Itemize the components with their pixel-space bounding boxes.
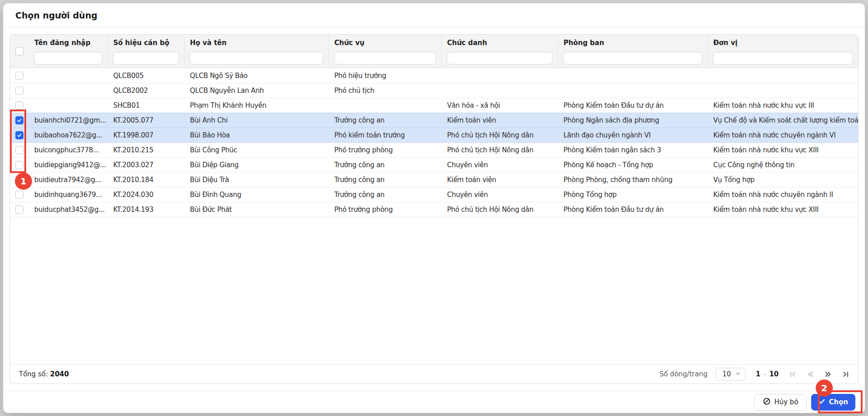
table-body: QLCB005 QLCB Ngô Sỹ Bảo Phó hiệu trưởng …	[10, 68, 858, 217]
cell-username: buidinhquang3679...	[29, 191, 108, 199]
cell-position: Trưởng công an	[329, 176, 442, 184]
cell-position: Phó trưởng phòng	[329, 206, 442, 214]
cell-staff-id: KT.2005.077	[108, 116, 185, 124]
row-checkbox[interactable]	[15, 101, 23, 110]
table-row[interactable]: buidieutra7942@g... KT.2010.184 Bùi Diệu…	[10, 172, 858, 187]
page-nav	[790, 371, 849, 378]
cell-staff-id: KT.2024.030	[108, 191, 185, 199]
row-checkbox-checked[interactable]	[15, 131, 23, 139]
cell-unit: Kiểm toán nhà nước khu vực III	[708, 101, 858, 110]
column-header-department: Phòng ban	[558, 35, 708, 51]
cell-title: Văn hóa - xã hội	[442, 101, 558, 110]
column-header-staff-id: Số hiệu cán bộ	[108, 35, 185, 51]
confirm-button[interactable]: Chọn	[811, 394, 855, 411]
table-row[interactable]: buiducphat3452@g... KT.2014.193 Bùi Đức …	[10, 202, 858, 217]
cell-staff-id: KT.2010.215	[108, 146, 185, 154]
row-checkbox[interactable]	[15, 87, 23, 95]
page-size-select[interactable]: 10	[716, 368, 746, 381]
cell-title: Chuyên viên	[442, 161, 558, 169]
confirm-label: Chọn	[829, 398, 848, 406]
row-checkbox[interactable]	[15, 161, 23, 169]
cancel-button[interactable]: Hủy bỏ	[754, 394, 807, 411]
next-page-icon[interactable]	[825, 371, 831, 378]
cell-full-name: Bùi Diệu Trà	[185, 176, 329, 184]
cell-full-name: QLCB Ngô Sỹ Bảo	[185, 72, 329, 80]
cell-staff-id: KT.2014.193	[108, 206, 185, 214]
filter-staff-id-input[interactable]	[113, 52, 179, 64]
cell-full-name: Phạm Thị Khánh Huyền	[185, 101, 329, 110]
cell-unit: Cục Công nghệ thông tin	[708, 161, 858, 169]
table-row[interactable]: buidinhquang3679... KT.2024.030 Bùi Đình…	[10, 187, 858, 202]
cell-full-name: Bùi Đình Quang	[185, 191, 329, 199]
cell-department: Phòng Phòng, chống tham nhũng	[558, 176, 708, 184]
cell-position: Trưởng công an	[329, 191, 442, 199]
filter-username-input[interactable]	[34, 52, 102, 64]
cell-unit: Kiểm toán nhà nước khu vực XIII	[708, 146, 858, 154]
cell-full-name: Bùi Đức Phát	[185, 206, 329, 214]
table-row[interactable]: QLCB005 QLCB Ngô Sỹ Bảo Phó hiệu trưởng	[10, 68, 858, 83]
cell-department: Phòng Kiểm toán Đầu tư dự án	[558, 101, 708, 110]
table-footer: Tổng số: 2040 Số dòng/trang 10 1 - 10	[10, 364, 858, 384]
cell-unit: Vụ Chế độ và Kiểm soát chất lượng kiểm t…	[708, 116, 858, 124]
rows-per-page-label: Số dòng/trang	[660, 370, 708, 378]
cell-staff-id: KT.1998.007	[108, 131, 185, 139]
cell-position: Trưởng công an	[329, 116, 442, 124]
filter-full-name-input[interactable]	[189, 52, 323, 64]
cell-username: buidiepgiang9412@...	[29, 161, 108, 169]
page-range: 1 - 10	[756, 370, 779, 378]
cell-username: buicongphuc3778...	[29, 146, 108, 154]
row-checkbox[interactable]	[15, 72, 23, 80]
last-page-icon[interactable]	[842, 371, 849, 378]
cell-title: Chuyên viên	[442, 191, 558, 199]
filter-position-input[interactable]	[334, 52, 436, 64]
cell-unit: Vụ Tổng hợp	[708, 176, 858, 184]
cell-department: Phòng Ngân sách địa phương	[558, 116, 708, 124]
cell-position: Trưởng công an	[329, 161, 442, 169]
cell-department: Phòng Kiểm toán Đầu tư dự án	[558, 206, 708, 214]
row-checkbox[interactable]	[15, 176, 23, 184]
table-row[interactable]: buicongphuc3778... KT.2010.215 Bùi Công …	[10, 142, 858, 157]
cell-full-name: Bùi Công Phúc	[185, 146, 329, 154]
user-table: Tên đăng nhập Số hiệu cán bộ Họ và tên C…	[9, 34, 859, 384]
table-row[interactable]: SHCB01 Phạm Thị Khánh Huyền Văn hóa - xã…	[10, 98, 858, 113]
column-header-username: Tên đăng nhập	[29, 35, 108, 51]
chevron-down-icon	[735, 370, 741, 378]
cell-username: buidieutra7942@g...	[29, 176, 108, 184]
cell-username: buiducphat3452@g...	[29, 206, 108, 214]
table-row[interactable]: QLCB2002 QLCB Nguyễn Lan Anh Phó chủ tịc…	[10, 83, 858, 98]
cell-department: Phòng Kiểm toán ngân sách 3	[558, 146, 708, 154]
table-row-selected[interactable]: buibaohoa7622@g... KT.1998.007 Bùi Bảo H…	[10, 128, 858, 142]
filter-department-input[interactable]	[563, 52, 702, 64]
modal-header: Chọn người dùng	[3, 3, 865, 27]
total-value: 2040	[50, 370, 69, 378]
cell-position: Phó trưởng phòng	[329, 146, 442, 154]
cell-full-name: Bùi Bảo Hòa	[185, 131, 329, 139]
select-all-checkbox[interactable]	[15, 47, 23, 55]
row-checkbox[interactable]	[15, 146, 23, 154]
modal-footer: Hủy bỏ Chọn	[3, 391, 865, 413]
row-checkbox-checked[interactable]	[15, 116, 23, 124]
cell-username: buianhchi0721@gm...	[29, 116, 108, 124]
cell-title: Phó chủ tịch Hội Nông dân	[442, 146, 558, 154]
cell-staff-id: QLCB2002	[108, 87, 185, 95]
cell-full-name: QLCB Nguyễn Lan Anh	[185, 87, 329, 95]
filter-title-input[interactable]	[447, 52, 553, 64]
cell-full-name: Bùi Ánh Chi	[185, 116, 329, 124]
total-label: Tổng số:	[19, 370, 48, 378]
row-checkbox[interactable]	[15, 191, 23, 199]
row-checkbox[interactable]	[15, 206, 23, 214]
table-row-selected[interactable]: buianhchi0721@gm... KT.2005.077 Bùi Ánh …	[10, 113, 858, 128]
table-empty-space	[10, 217, 858, 364]
cell-title: Phó chủ tịch Hội Nông dân	[442, 131, 558, 139]
cell-department: Phòng Tổng hợp	[558, 191, 708, 199]
filter-unit-input[interactable]	[713, 52, 853, 64]
table-row[interactable]: buidiepgiang9412@... KT.2003.027 Bùi Diệ…	[10, 157, 858, 172]
column-header-position: Chức vụ	[329, 35, 442, 51]
column-header-title: Chức danh	[442, 35, 558, 51]
modal-body: Tên đăng nhập Số hiệu cán bộ Họ và tên C…	[3, 27, 865, 391]
cell-position: Phó kiểm toán trưởng	[329, 131, 442, 139]
prev-page-icon[interactable]	[807, 371, 814, 378]
table-header: Tên đăng nhập Số hiệu cán bộ Họ và tên C…	[10, 35, 858, 68]
first-page-icon[interactable]	[790, 371, 796, 378]
cell-department: Phòng Kế hoạch - Tổng hợp	[558, 161, 708, 169]
